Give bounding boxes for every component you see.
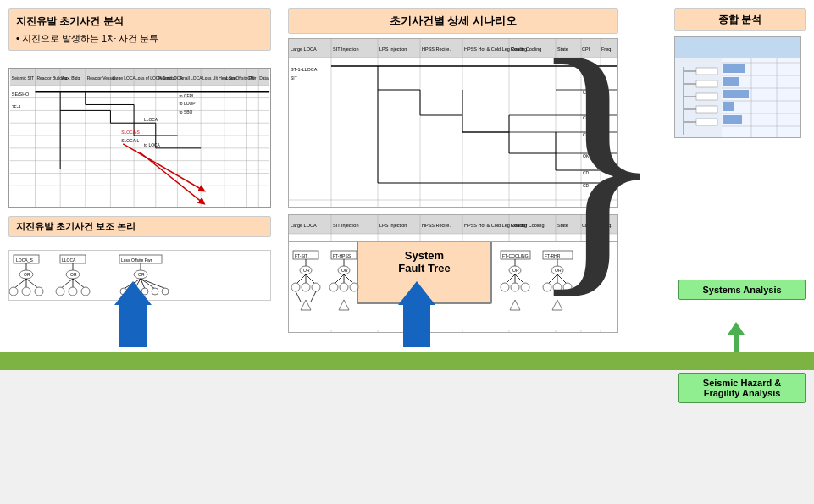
svg-point-64 (35, 287, 43, 296)
aux-logic-title: 지진유발 초기사건 보조 논리 (16, 220, 263, 233)
svg-text:OR: OR (70, 272, 77, 277)
svg-text:OR: OR (138, 272, 145, 277)
svg-rect-235 (696, 93, 717, 100)
left-panel: 지진유발 초기사건 분석 • 지진으로 발생하는 1차 사건 분류 (8, 8, 280, 246)
svg-text:SIT: SIT (291, 75, 297, 80)
systems-analysis-box: Systems Analysis (678, 280, 806, 300)
arrow-head-up (728, 322, 745, 335)
svg-text:OR: OR (341, 268, 348, 273)
svg-text:SIT Injection: SIT Injection (333, 223, 358, 228)
svg-text:OR: OR (24, 272, 30, 277)
svg-text:Reactor Vessel: Reactor Vessel (87, 76, 115, 80)
blue-arrow-left (114, 281, 152, 347)
svg-marker-211 (510, 300, 520, 310)
svg-point-62 (9, 287, 18, 296)
fault-tree-inner: Seismic SIT Reactor Building Aux. Bldg R… (9, 69, 270, 207)
blue-shaft-left (119, 305, 147, 347)
svg-line-186 (296, 291, 301, 302)
seismic-hazard-label: Seismic Hazard &Fragility Analysis (703, 378, 781, 398)
initial-event-title: 지진유발 초기사건 분석 (16, 14, 263, 29)
svg-point-63 (22, 287, 30, 296)
svg-text:HPSS Recire.: HPSS Recire. (422, 223, 451, 228)
svg-point-208 (501, 283, 509, 291)
svg-text:OR: OR (512, 268, 519, 273)
svg-rect-246 (723, 64, 745, 73)
blue-arrow-center (398, 281, 435, 347)
svg-text:SLOCA-S: SLOCA-S (121, 130, 140, 135)
svg-point-196 (329, 283, 338, 291)
aux-logic-box: 지진유발 초기사건 보조 논리 (8, 216, 271, 237)
svg-line-187 (311, 291, 316, 302)
svg-text:CPI: CPI (247, 76, 254, 80)
svg-marker-185 (301, 300, 311, 310)
svg-text:to LOCA: to LOCA (144, 143, 161, 147)
svg-rect-224 (675, 37, 801, 58)
svg-text:LPS Injection: LPS Injection (379, 223, 407, 228)
svg-text:to CFRI: to CFRI (179, 94, 193, 98)
svg-point-198 (350, 283, 358, 291)
sogo-screenshot-svg (675, 37, 801, 138)
blue-shaft-center (403, 305, 430, 347)
svg-point-197 (340, 283, 348, 291)
svg-text:to LOOP: to LOOP (179, 102, 196, 106)
seismic-hazard-box: Seismic Hazard &Fragility Analysis (678, 373, 806, 403)
svg-rect-248 (723, 90, 749, 98)
blue-arrowhead-center (398, 281, 435, 305)
svg-rect-250 (723, 115, 742, 124)
svg-text:Small LOCA: Small LOCA (179, 76, 202, 80)
svg-point-75 (81, 287, 90, 296)
svg-point-89 (152, 288, 158, 295)
svg-point-209 (511, 283, 519, 291)
svg-rect-247 (723, 77, 739, 86)
svg-text:OR: OR (303, 268, 310, 273)
svg-text:HPSS Recire.: HPSS Recire. (422, 47, 451, 52)
svg-rect-234 (696, 80, 717, 87)
initial-event-sub: • 지진으로 발생하는 1차 사건 분류 (16, 32, 263, 45)
svg-point-73 (56, 287, 64, 296)
svg-text:Aux. Bldg: Aux. Bldg (62, 76, 80, 80)
svg-text:SIT Injection: SIT Injection (333, 47, 358, 52)
systems-analysis-label: Systems Analysis (702, 285, 781, 295)
svg-rect-233 (696, 68, 717, 75)
svg-text:ST-1-LLOCA: ST-1-LLOCA (291, 67, 318, 72)
svg-point-184 (312, 283, 320, 291)
right-panel: 종합 분석 (674, 8, 806, 138)
svg-text:FT-HPSS: FT-HPSS (333, 253, 352, 258)
initial-event-box: 지진유발 초기사건 분석 • 지진으로 발생하는 1차 사건 분류 (8, 8, 271, 51)
svg-text:LOCA_S: LOCA_S (16, 258, 33, 263)
fault-tree-area: Seismic SIT Reactor Building Aux. Bldg R… (8, 68, 271, 208)
svg-rect-249 (723, 102, 734, 111)
right-brace: } (528, 17, 666, 305)
svg-rect-237 (696, 119, 717, 125)
svg-text:SLOCA-L: SLOCA-L (121, 139, 139, 143)
svg-marker-199 (339, 300, 349, 310)
sogo-title: 종합 분석 (674, 8, 806, 31)
svg-text:to SBO: to SBO (179, 110, 192, 114)
svg-text:Large LOCA: Large LOCA (112, 76, 136, 80)
svg-text:Seismic SIT: Seismic SIT (12, 76, 34, 80)
svg-text:LPS Injection: LPS Injection (379, 47, 407, 52)
sogo-screenshot (674, 36, 801, 138)
svg-text:Large LOCA: Large LOCA (291, 223, 317, 228)
green-band (0, 352, 814, 370)
svg-rect-236 (696, 106, 717, 113)
svg-point-182 (291, 283, 300, 291)
svg-text:SE/SHO: SE/SHO (12, 91, 30, 97)
svg-point-74 (69, 287, 77, 296)
main-container: 지진유발 초기사건 분석 • 지진으로 발생하는 1차 사건 분류 (0, 0, 814, 504)
svg-text:Data: Data (259, 76, 269, 80)
svg-text:Large LOCA: Large LOCA (291, 47, 317, 52)
svg-text:FT-COOLING: FT-COOLING (502, 253, 529, 258)
svg-text:FT-SIT: FT-SIT (295, 253, 307, 258)
svg-text:LLOCA: LLOCA (62, 258, 76, 263)
svg-text:LLOCA: LLOCA (144, 118, 158, 122)
svg-text:Loss Offsite Pwr: Loss Offsite Pwr (121, 258, 152, 263)
svg-point-90 (162, 288, 169, 295)
svg-text:1E-4: 1E-4 (12, 105, 21, 109)
fault-tree-svg: Seismic SIT Reactor Building Aux. Bldg R… (9, 69, 270, 207)
svg-point-183 (302, 283, 310, 291)
blue-arrowhead-left (114, 281, 152, 305)
